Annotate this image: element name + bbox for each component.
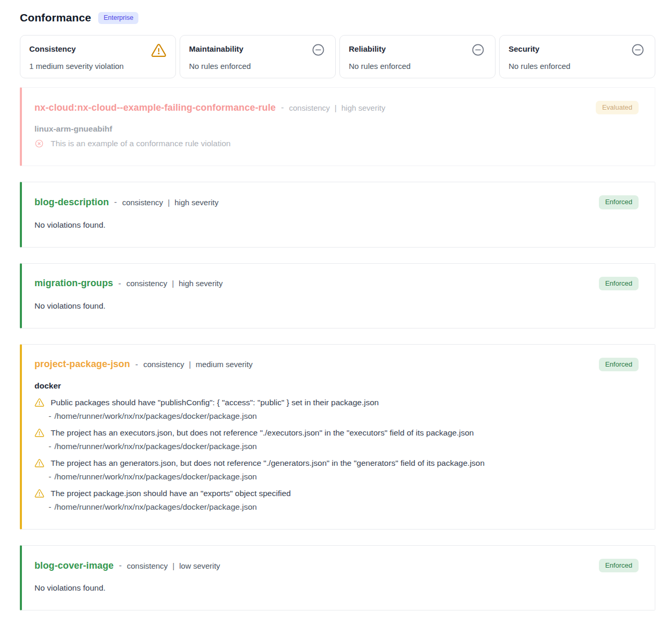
separator: - [49, 472, 51, 481]
rule-name-link[interactable]: migration-groups [34, 278, 113, 289]
project-name: linux-arm-gnueabihf [34, 124, 639, 134]
violation-message: The project package.json should have an … [51, 489, 291, 498]
summary-card-title: Consistency [29, 42, 76, 53]
violation-message: The project has an executors.json, but d… [51, 428, 474, 438]
rule-category: consistency [143, 360, 184, 369]
pipe-separator: | [172, 279, 174, 288]
rule-header: blog-cover-image - consistency | low sev… [34, 559, 639, 572]
rule-card-migration-groups: migration-groups - consistency | high se… [20, 263, 655, 328]
rule-header: project-package-json - consistency | med… [34, 358, 639, 371]
violation-message: Public packages should have "publishConf… [51, 398, 379, 407]
rule-severity: high severity [179, 279, 222, 288]
pipe-separator: | [168, 198, 170, 207]
pipe-separator: | [189, 360, 191, 369]
rule-severity: high severity [174, 198, 218, 207]
rule-card-blog-cover-image: blog-cover-image - consistency | low sev… [20, 545, 655, 610]
status-badge-enforced: Enforced [599, 358, 639, 371]
rule-meta: consistency | medium severity [143, 360, 252, 369]
summary-card-security: Security No rules enforced [499, 35, 655, 78]
summary-card-maintainability: Maintainability No rules enforced [180, 35, 336, 78]
separator: - [114, 197, 117, 207]
violation-path: -/home/runner/work/nx/nx/packages/docker… [34, 502, 639, 512]
rule-meta: consistency | high severity [289, 103, 385, 112]
no-violations-text: No violations found. [34, 583, 639, 593]
summary-cards-row: Consistency 1 medium severity violation … [20, 35, 655, 78]
rule-category: consistency [289, 103, 329, 112]
separator: - [49, 502, 51, 511]
pipe-separator: | [172, 561, 174, 570]
violation-row: This is an example of a conformance rule… [34, 139, 639, 148]
status-badge-enforced: Enforced [599, 277, 639, 290]
status-badge-evaluated: Evaluated [596, 101, 639, 114]
warning-triangle-icon [34, 428, 44, 438]
rule-name-link[interactable]: nx-cloud:nx-cloud--example-failing-confo… [34, 102, 276, 113]
violation-item: The project package.json should have an … [34, 488, 639, 512]
rule-severity: low severity [179, 561, 220, 570]
summary-card-status: 1 medium severity violation [29, 62, 167, 70]
rule-meta: consistency | high severity [126, 279, 223, 288]
summary-card-status: No rules enforced [509, 62, 646, 70]
violation-path: -/home/runner/work/nx/nx/packages/docker… [34, 442, 639, 451]
rule-category: consistency [127, 561, 168, 570]
violation-item: The project has an executors.json, but d… [34, 428, 639, 451]
violation-item: The project has an generators.json, but … [34, 458, 639, 481]
rule-header: nx-cloud:nx-cloud--example-failing-confo… [34, 101, 639, 114]
project-name: docker [34, 381, 639, 391]
page-header: Conformance Enterprise [20, 11, 655, 24]
summary-card-reliability: Reliability No rules enforced [339, 35, 496, 78]
separator: - [281, 103, 284, 112]
rule-severity: high severity [341, 103, 385, 112]
no-violations-text: No violations found. [34, 220, 639, 230]
rule-name-link[interactable]: blog-cover-image [34, 560, 114, 571]
status-badge-enforced: Enforced [599, 559, 639, 572]
x-circle-icon [34, 139, 44, 148]
minus-circle-icon [631, 43, 645, 57]
status-badge-enforced: Enforced [599, 195, 639, 209]
rule-severity: medium severity [196, 360, 253, 369]
summary-card-title: Security [509, 42, 539, 53]
rule-header: blog-description - consistency | high se… [34, 195, 639, 209]
separator: - [49, 442, 51, 451]
rule-header: migration-groups - consistency | high se… [34, 277, 639, 290]
violation-path: -/home/runner/work/nx/nx/packages/docker… [34, 412, 639, 421]
conformance-page: Conformance Enterprise Consistency 1 med… [0, 0, 672, 610]
warning-triangle-icon [34, 458, 44, 468]
summary-card-consistency: Consistency 1 medium severity violation [20, 35, 176, 78]
file-path: /home/runner/work/nx/nx/packages/docker/… [54, 412, 257, 420]
warning-triangle-icon [34, 397, 44, 407]
separator: - [119, 279, 121, 288]
no-violations-text: No violations found. [34, 301, 639, 311]
summary-card-title: Maintainability [189, 42, 243, 53]
minus-circle-icon [311, 43, 325, 57]
rule-meta: consistency | low severity [127, 561, 220, 570]
warning-triangle-icon [151, 42, 167, 58]
pipe-separator: | [335, 103, 337, 112]
file-path: /home/runner/work/nx/nx/packages/docker/… [54, 502, 257, 511]
summary-card-status: No rules enforced [189, 62, 326, 70]
rule-name-link[interactable]: project-package-json [34, 359, 130, 370]
warning-triangle-icon [34, 488, 44, 498]
rule-name-link[interactable]: blog-description [34, 197, 109, 208]
file-path: /home/runner/work/nx/nx/packages/docker/… [54, 442, 257, 451]
separator: - [49, 412, 51, 420]
violation-message: The project has an generators.json, but … [51, 459, 485, 468]
summary-card-title: Reliability [349, 42, 386, 53]
rule-category: consistency [126, 279, 167, 288]
page-title: Conformance [20, 11, 91, 24]
enterprise-badge: Enterprise [98, 12, 138, 24]
minus-circle-icon [471, 43, 485, 57]
separator: - [135, 360, 138, 369]
rule-card-blog-description: blog-description - consistency | high se… [20, 182, 655, 247]
rule-card-project-package-json: project-package-json - consistency | med… [20, 344, 655, 530]
rule-meta: consistency | high severity [122, 198, 219, 207]
rule-card-example-failing: nx-cloud:nx-cloud--example-failing-confo… [20, 87, 655, 166]
violation-item: Public packages should have "publishConf… [34, 397, 639, 421]
separator: - [119, 561, 122, 570]
violation-path: -/home/runner/work/nx/nx/packages/docker… [34, 472, 639, 481]
summary-card-status: No rules enforced [349, 62, 486, 70]
violation-message: This is an example of a conformance rule… [51, 139, 231, 148]
file-path: /home/runner/work/nx/nx/packages/docker/… [54, 472, 257, 481]
rule-category: consistency [122, 198, 163, 207]
